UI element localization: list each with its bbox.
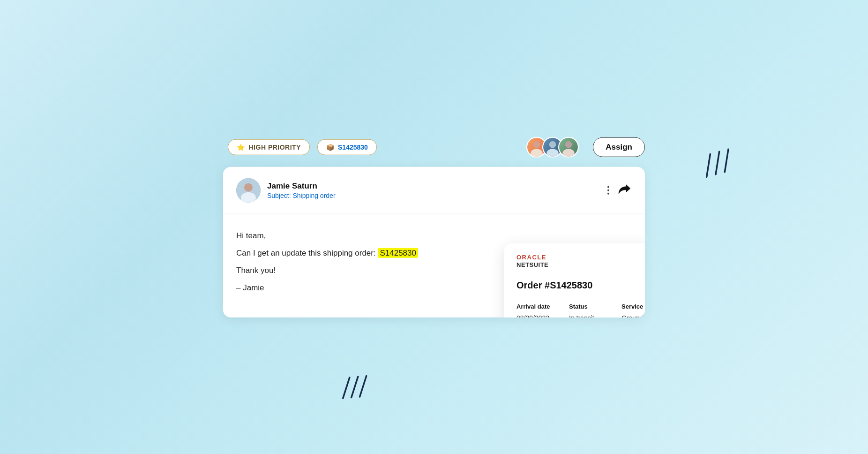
netsuite-logo: ORACLE NETSUITE bbox=[516, 254, 548, 268]
svg-line-16 bbox=[358, 376, 368, 397]
subject-text: Shipping order bbox=[292, 192, 335, 199]
email-greeting: Hi team, bbox=[236, 229, 632, 243]
order-ref-highlighted: S1425830 bbox=[378, 248, 418, 258]
email-body: Hi team, Can I get an update this shippi… bbox=[223, 214, 645, 318]
svg-point-2 bbox=[549, 141, 556, 148]
sender-info: Jamie Saturn Subject: Shipping order bbox=[267, 182, 607, 199]
arrival-date-label: Arrival date bbox=[516, 301, 565, 311]
email-actions bbox=[607, 183, 632, 198]
avatars-group bbox=[526, 137, 579, 158]
subject-prefix: Subject: bbox=[267, 192, 291, 199]
order-details: Arrival date 08/29/2023 Status In transi… bbox=[516, 301, 645, 317]
sender-avatar bbox=[236, 178, 261, 203]
service-label: Service bbox=[621, 301, 645, 311]
avatar-3 bbox=[558, 137, 579, 158]
star-icon: ⭐ bbox=[237, 144, 245, 151]
order-title: Order #S1425830 bbox=[516, 277, 645, 293]
more-options-icon[interactable] bbox=[607, 186, 609, 195]
reply-icon[interactable] bbox=[618, 183, 632, 198]
body-text-prefix: Can I get an update this shipping order: bbox=[236, 249, 376, 257]
status-label: Status bbox=[569, 301, 618, 311]
box-icon: 📦 bbox=[326, 144, 334, 151]
svg-point-0 bbox=[533, 141, 540, 148]
slash-marks-top-right bbox=[696, 146, 740, 185]
svg-point-7 bbox=[244, 183, 253, 192]
main-container: ⭐ HIGH PRIORITY 📦 S1425830 bbox=[223, 137, 645, 318]
arrival-date-value: 08/29/2023 bbox=[516, 312, 565, 317]
priority-badge[interactable]: ⭐ HIGH PRIORITY bbox=[228, 139, 310, 155]
order-tag-label: S1425830 bbox=[338, 144, 368, 151]
sender-name: Jamie Saturn bbox=[267, 182, 607, 191]
svg-line-14 bbox=[341, 378, 352, 398]
service-col: Service Ground bbox=[621, 301, 645, 317]
netsuite-text: NETSUITE bbox=[516, 261, 548, 269]
toolbar: ⭐ HIGH PRIORITY 📦 S1425830 bbox=[223, 137, 645, 158]
svg-line-12 bbox=[710, 151, 725, 174]
svg-line-15 bbox=[350, 377, 360, 397]
sender-subject: Subject: Shipping order bbox=[267, 192, 607, 199]
priority-label: HIGH PRIORITY bbox=[249, 144, 301, 151]
arrival-date-col: Arrival date 08/29/2023 bbox=[516, 301, 565, 317]
svg-point-3 bbox=[547, 149, 559, 157]
status-value: In transit bbox=[569, 312, 618, 317]
order-badge[interactable]: 📦 S1425830 bbox=[317, 139, 377, 155]
slash-marks-bottom-center bbox=[337, 373, 372, 404]
oracle-text: ORACLE bbox=[516, 254, 548, 261]
svg-line-11 bbox=[701, 154, 716, 177]
netsuite-header: ORACLE NETSUITE bbox=[516, 254, 645, 268]
svg-point-5 bbox=[563, 149, 575, 157]
assign-button[interactable]: Assign bbox=[593, 137, 645, 157]
svg-point-4 bbox=[565, 141, 572, 148]
netsuite-card: ORACLE NETSUITE bbox=[504, 243, 645, 317]
svg-point-1 bbox=[531, 149, 543, 157]
service-value: Ground bbox=[621, 312, 645, 317]
svg-line-13 bbox=[719, 149, 734, 172]
email-header: Jamie Saturn Subject: Shipping order bbox=[223, 167, 645, 214]
status-col: Status In transit bbox=[569, 301, 618, 317]
email-card: Jamie Saturn Subject: Shipping order bbox=[223, 167, 645, 318]
